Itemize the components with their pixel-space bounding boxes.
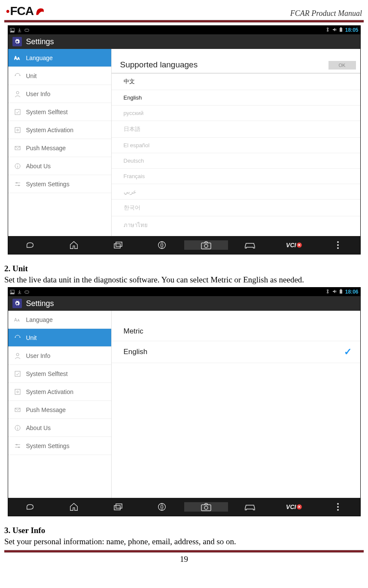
- svg-point-18: [16, 182, 17, 183]
- sidebar-label: About Us: [26, 424, 51, 431]
- svg-point-22: [158, 242, 166, 249]
- sidebar-label: User Info: [26, 352, 51, 359]
- nav-browser[interactable]: [140, 240, 184, 250]
- nav-camera[interactable]: [184, 502, 228, 512]
- bottom-nav: VCI✕: [8, 498, 360, 516]
- message-icon: [14, 145, 21, 152]
- settings-sidebar: Aᴀ Language Unit User Info System Selfte…: [8, 49, 112, 236]
- sidebar-item-about[interactable]: About Us: [8, 157, 111, 175]
- sidebar-item-push[interactable]: Push Message: [8, 401, 111, 419]
- settings-app-icon: [12, 37, 22, 46]
- sidebar-item-selftest[interactable]: System Selftest: [8, 365, 111, 383]
- nav-back[interactable]: [8, 502, 52, 512]
- unit-label: English: [124, 348, 148, 356]
- nav-home[interactable]: [52, 502, 96, 512]
- unit-option-english[interactable]: English ✓: [112, 341, 360, 363]
- screenshot-language: 18:05 Settings Aᴀ Language Unit User Inf…: [8, 25, 361, 255]
- selftest-icon: [14, 109, 21, 115]
- footer-divider: [4, 550, 364, 553]
- titlebar-title: Settings: [26, 299, 54, 308]
- message-icon: [14, 406, 21, 413]
- sidebar-label: Unit: [26, 73, 37, 79]
- svg-point-11: [17, 129, 18, 131]
- nav-menu[interactable]: [316, 503, 360, 511]
- status-image-icon: [10, 28, 15, 33]
- sidebar-item-user-info[interactable]: User Info: [8, 347, 111, 365]
- language-icon: Aᴀ: [14, 55, 21, 61]
- nav-vci[interactable]: VCI✕: [272, 242, 316, 249]
- lang-item-zh[interactable]: 中文: [112, 73, 360, 90]
- sliders-icon: [14, 443, 21, 449]
- sidebar-item-system-settings[interactable]: System Settings: [8, 175, 111, 193]
- sidebar-label: System Settings: [26, 181, 70, 188]
- unit-option-metric[interactable]: Metric: [112, 322, 360, 341]
- sidebar-item-about[interactable]: About Us: [8, 419, 111, 437]
- svg-point-26: [338, 242, 339, 243]
- sidebar-label: System Activation: [26, 127, 74, 133]
- doc-header-title: FCAR Product Manual: [290, 9, 362, 18]
- nav-camera[interactable]: [184, 240, 228, 250]
- fcar-logo: •FCA: [6, 4, 46, 18]
- bluetooth-icon: [325, 27, 330, 33]
- svg-rect-34: [340, 290, 342, 294]
- svg-point-54: [204, 506, 208, 509]
- supported-languages-title: Supported languages: [120, 60, 198, 70]
- nav-car[interactable]: [228, 241, 272, 249]
- sidebar-item-push[interactable]: Push Message: [8, 139, 111, 157]
- status-download-icon: [17, 290, 22, 294]
- sidebar-item-language[interactable]: Aᴀ Language: [8, 311, 111, 329]
- sidebar-label: Push Message: [26, 406, 66, 413]
- lang-item-ko: 한국어: [112, 200, 360, 216]
- nav-browser[interactable]: [140, 502, 184, 512]
- svg-point-25: [204, 244, 208, 248]
- bottom-nav: VCI✕: [8, 236, 360, 254]
- section-2-title: 2. Unit: [4, 264, 364, 273]
- language-list: 中文 English русский 日本語 El español Deutsc…: [112, 73, 360, 234]
- nav-vci[interactable]: VCI✕: [272, 503, 316, 510]
- svg-point-55: [338, 503, 339, 505]
- svg-point-1: [11, 29, 12, 30]
- info-icon: [14, 163, 21, 170]
- status-clock: 18:06: [345, 289, 359, 295]
- nav-menu[interactable]: [316, 241, 360, 249]
- user-icon: [14, 91, 21, 97]
- titlebar-title: Settings: [26, 37, 54, 46]
- sidebar-item-activation[interactable]: System Activation: [8, 121, 111, 139]
- sidebar-item-unit[interactable]: Unit: [8, 67, 111, 85]
- mute-icon: [332, 27, 337, 33]
- ok-button[interactable]: OK: [328, 61, 356, 70]
- sidebar-item-selftest[interactable]: System Selftest: [8, 103, 111, 121]
- svg-rect-9: [15, 109, 20, 115]
- status-bar: 18:06: [8, 288, 360, 296]
- sidebar-label: System Selftest: [26, 370, 68, 377]
- svg-point-28: [338, 248, 339, 249]
- lang-item-th: ภาษาไทย: [112, 216, 360, 234]
- lang-item-en[interactable]: English: [112, 90, 360, 106]
- sidebar-item-activation[interactable]: System Activation: [8, 383, 111, 401]
- sliders-icon: [14, 181, 21, 188]
- sidebar-item-unit[interactable]: Unit: [8, 329, 111, 347]
- nav-back[interactable]: [8, 240, 52, 250]
- svg-rect-6: [341, 27, 341, 28]
- sidebar-item-language[interactable]: Aᴀ Language: [8, 49, 111, 67]
- sidebar-item-system-settings[interactable]: System Settings: [8, 437, 111, 455]
- sidebar-label: User Info: [26, 91, 51, 97]
- nav-home[interactable]: [52, 240, 96, 250]
- status-usb-icon: [24, 28, 29, 33]
- sidebar-item-user-info[interactable]: User Info: [8, 85, 111, 103]
- svg-point-8: [16, 91, 19, 94]
- nav-recent[interactable]: [96, 241, 140, 249]
- title-bar: Settings: [8, 34, 360, 49]
- nav-recent[interactable]: [96, 503, 140, 511]
- nav-car[interactable]: [228, 503, 272, 511]
- svg-point-47: [16, 444, 17, 445]
- svg-text:Aᴀ: Aᴀ: [14, 318, 20, 322]
- activation-icon: [14, 127, 21, 133]
- lang-item-ru: русский: [112, 106, 360, 121]
- language-icon: Aᴀ: [14, 316, 21, 323]
- svg-point-27: [338, 245, 339, 246]
- svg-rect-53: [201, 505, 211, 511]
- user-icon: [14, 352, 21, 359]
- battery-icon: [339, 27, 343, 33]
- lang-item-fr: Français: [112, 169, 360, 184]
